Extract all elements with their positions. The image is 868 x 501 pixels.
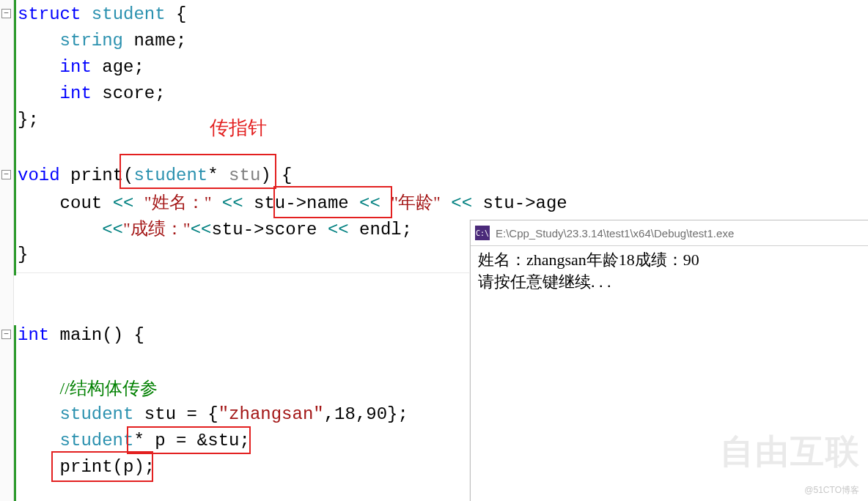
console-window: C:\ E:\Cpp_Study\23.3.14\test1\x64\Debug… [470, 220, 868, 501]
change-marker [14, 0, 16, 275]
code-line: print(p); [18, 454, 155, 481]
code-line: int score; [18, 81, 166, 108]
editor-gutter: − − − [0, 0, 14, 501]
code-line: //结构体传参 [18, 375, 158, 402]
divider [16, 272, 469, 273]
code-line: string name; [18, 28, 186, 55]
fold-icon[interactable]: − [1, 330, 11, 339]
console-titlebar[interactable]: C:\ E:\Cpp_Study\23.3.14\test1\x64\Debug… [471, 220, 868, 246]
change-marker [14, 325, 16, 501]
fold-icon[interactable]: − [1, 170, 11, 179]
code-line: } [18, 242, 28, 269]
fold-icon[interactable]: − [1, 9, 11, 18]
code-line: <<"成绩："<<stu->score << endl; [18, 215, 412, 242]
code-line: int age; [18, 54, 144, 81]
console-title: E:\Cpp_Study\23.3.14\test1\x64\Debug\tes… [496, 227, 734, 240]
code-line: void print(student* stu) { [18, 163, 293, 190]
code-line: student stu = {"zhangsan",18,90}; [18, 401, 408, 428]
code-line: }; [18, 107, 39, 134]
blog-watermark: @51CTO博客 [804, 484, 859, 497]
code-line: student* p = &stu; [18, 428, 250, 455]
code-line: struct student { [18, 1, 186, 29]
annotation-label: 传指针 [210, 114, 267, 142]
code-line: int main() { [18, 322, 144, 349]
code-line: cout << "姓名：" << stu->name << "年龄" << st… [18, 189, 567, 216]
console-icon: C:\ [475, 226, 490, 240]
console-output: 姓名：zhangsan年龄18成绩：90 请按任意键继续. . . [471, 246, 868, 296]
